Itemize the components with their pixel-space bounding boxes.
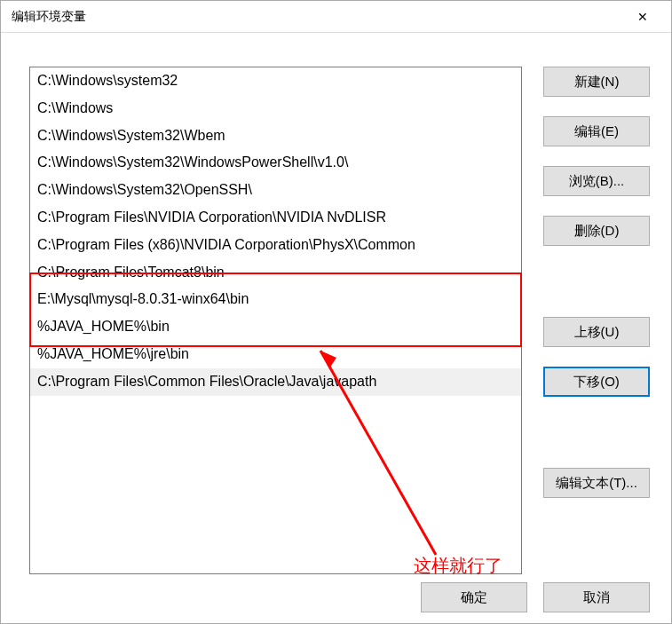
close-button[interactable]: ✕	[625, 4, 660, 30]
bottom-buttons: 确定 取消	[421, 582, 650, 612]
browse-button[interactable]: 浏览(B)...	[543, 166, 650, 196]
list-item[interactable]: %JAVA_HOME%\jre\bin	[30, 341, 521, 368]
list-item[interactable]: C:\Windows\System32\Wbem	[30, 122, 521, 150]
titlebar: 编辑环境变量 ✕	[1, 1, 671, 33]
dialog-body: C:\Windows\system32 C:\Windows C:\Window…	[1, 33, 671, 623]
ok-button[interactable]: 确定	[421, 582, 527, 612]
list-item[interactable]: C:\Program Files\Common Files\Oracle\Jav…	[30, 368, 521, 396]
button-column: 新建(N) 编辑(E) 浏览(B)... 删除(D) 上移(U) 下移(O) 编…	[543, 67, 650, 498]
list-item[interactable]: C:\Windows\system32	[30, 67, 521, 95]
edit-button[interactable]: 编辑(E)	[543, 116, 650, 146]
edit-text-button[interactable]: 编辑文本(T)...	[543, 468, 650, 498]
move-down-button[interactable]: 下移(O)	[543, 367, 650, 397]
list-item[interactable]: C:\Windows\System32\WindowsPowerShell\v1…	[30, 149, 521, 177]
dialog-title: 编辑环境变量	[12, 9, 86, 25]
list-item[interactable]: C:\Program Files (x86)\NVIDIA Corporatio…	[30, 232, 521, 259]
close-icon: ✕	[637, 10, 648, 24]
list-item[interactable]: C:\Windows	[30, 95, 521, 122]
list-item[interactable]: C:\Program Files\Tomcat8\bin	[30, 259, 521, 287]
path-listbox[interactable]: C:\Windows\system32 C:\Windows C:\Window…	[29, 67, 522, 574]
list-item[interactable]: E:\Mysql\mysql-8.0.31-winx64\bin	[30, 286, 521, 313]
move-up-button[interactable]: 上移(U)	[543, 317, 650, 347]
list-item[interactable]: C:\Program Files\NVIDIA Corporation\NVID…	[30, 204, 521, 232]
list-item[interactable]: %JAVA_HOME%\bin	[30, 313, 521, 341]
list-item[interactable]: C:\Windows\System32\OpenSSH\	[30, 177, 521, 204]
new-button[interactable]: 新建(N)	[543, 67, 650, 97]
cancel-button[interactable]: 取消	[543, 582, 650, 612]
delete-button[interactable]: 删除(D)	[543, 216, 650, 246]
dialog-window: 编辑环境变量 ✕ C:\Windows\system32 C:\Windows …	[0, 0, 672, 624]
